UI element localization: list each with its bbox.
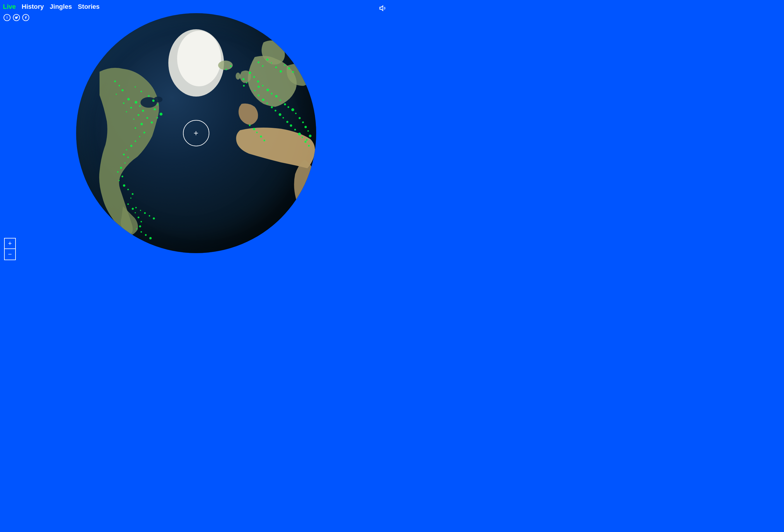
signal-dot [146,117,148,119]
zoom-controls: + − [4,238,16,260]
signal-dot [135,141,136,142]
signal-dot [141,91,142,92]
signal-dot [136,228,137,230]
signal-dot [121,176,123,177]
signal-dot [135,86,136,88]
signal-dot [267,89,269,91]
signal-dot [253,76,255,78]
svg-marker-0 [380,6,383,10]
signal-dot [141,221,142,223]
info-icon[interactable]: i [3,14,10,21]
signal-dot [149,215,150,216]
signal-dot [260,136,262,138]
signal-dot [290,124,292,127]
signal-dot [262,65,263,67]
signal-dot [288,67,290,69]
signal-dot [157,104,158,105]
signal-dot [284,64,285,66]
signal-dot [130,198,132,199]
signal-dot [280,99,281,101]
svg-point-4 [154,96,163,102]
signal-dot [243,85,245,87]
signal-dot [256,132,258,133]
globe-container[interactable]: + [76,13,316,253]
signal-dot [142,110,144,112]
signal-dot [157,117,158,119]
signal-dot [243,78,245,80]
signal-dot [135,207,137,208]
signal-dot [225,69,227,70]
signal-dot [275,66,277,68]
signal-dot [267,59,269,61]
signal-dot [118,85,120,86]
signal-dot [140,210,141,211]
signal-dot [280,70,282,72]
signal-dot [249,124,251,126]
signal-dot [291,108,294,111]
signal-dot [305,141,307,143]
signal-dot [249,72,251,74]
signal-dot [271,106,273,108]
signal-dot [123,154,125,155]
signal-dot [141,123,143,125]
signal-dot [151,121,153,123]
signal-dot [127,98,130,100]
navigation: Live History Jingles Stories [3,3,100,10]
crosshair-button[interactable]: + [183,120,209,146]
signal-dot [298,132,301,136]
signal-dot [139,105,141,107]
nav-jingles[interactable]: Jingles [50,3,72,10]
signal-dot [135,212,136,213]
signal-dot [299,117,301,119]
signal-dot [295,113,297,114]
signal-dot [307,130,309,132]
signal-dot [141,231,142,233]
signal-dot [246,82,247,83]
signal-dot [267,102,268,104]
signal-dot [263,140,265,141]
signal-dot [133,119,134,120]
signal-dot [117,171,118,173]
signal-dot [138,114,139,116]
zoom-out-button[interactable]: − [5,249,15,260]
signal-dot [275,110,276,112]
nav-history[interactable]: History [22,3,44,10]
signal-dot [132,193,134,195]
volume-button[interactable] [379,4,387,13]
signal-dot [258,86,260,88]
nav-live[interactable]: Live [3,3,16,10]
signal-dot [230,65,231,67]
signal-dot [308,145,310,147]
signal-dot [139,225,141,227]
signal-dot [284,103,286,105]
signal-dot [287,106,289,108]
signal-dot [127,156,129,158]
signal-dot [123,184,125,187]
signal-dot [126,111,127,112]
signal-dot [294,129,296,130]
signal-dot [130,107,132,109]
signal-dot [153,217,155,219]
facebook-icon[interactable] [22,14,29,21]
signal-dot [135,101,137,104]
signal-dot [143,132,145,134]
signal-dot [271,93,273,94]
signal-dot [282,117,284,119]
signal-dot [130,145,132,147]
nav-stories[interactable]: Stories [78,3,100,10]
twitter-icon[interactable] [13,14,20,21]
signal-dot [160,113,163,116]
signal-dot [135,127,136,129]
globe[interactable]: + [76,13,316,253]
signal-dot [279,113,281,116]
signal-dot [138,216,139,218]
signal-dot [114,81,116,82]
signal-dot [139,136,140,137]
signal-dot [123,102,124,104]
signal-dot [126,149,127,150]
svg-point-5 [236,72,240,80]
signal-dot [116,94,117,95]
signal-dot [309,135,311,137]
zoom-in-button[interactable]: + [5,238,15,249]
signal-dot [306,139,308,141]
